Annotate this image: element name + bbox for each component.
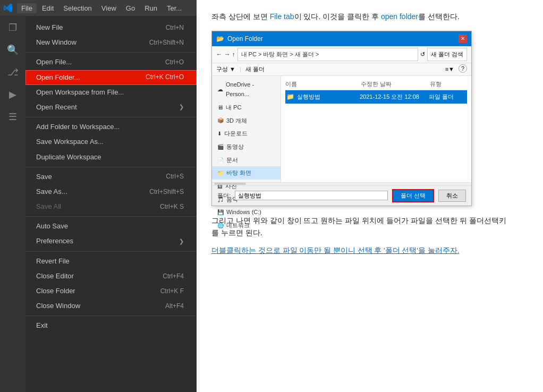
new-folder-button[interactable]: 새 폴더 [245,64,265,74]
downloads-label: 다운로드 [224,129,248,139]
menu-section-new: New File Ctrl+N New Window Ctrl+Shift+N [26,18,197,53]
save-workspace-item[interactable]: Save Workspace As... [26,134,197,149]
sidebar-documents[interactable]: 📄 문서 [212,154,281,167]
view-menu-item[interactable]: View [97,3,121,13]
open-recent-item[interactable]: Open Recent ❯ [26,100,197,115]
exit-item[interactable]: Exit [26,318,197,333]
folder-name-input[interactable] [235,191,388,200]
explorer-icon[interactable]: ❐ [5,20,20,35]
add-folder-item[interactable]: Add Folder to Workspace... [26,120,197,134]
activity-bar: ❐ 🔍 ⎇ ▶ ☰ [0,16,26,392]
file-row-silhaengbangbeob[interactable]: 📁 실행방법 2021-12-15 오전 12:08 파일 폴더 [285,90,467,103]
result-text: 그리고 나면 위와 같이 창이 뜨고 원하는 파일 위치에 들어가 파일을 선택… [211,215,528,240]
right-panel: 좌측 상단에 보면 File tab이 있다. 이것을 클릭한 후 open f… [197,0,543,392]
dialog-title-area: 📂 Open Folder [216,33,263,44]
run-menu-item[interactable]: Run [140,3,162,13]
file-name-label: 실행방법 [297,92,360,102]
3d-label: 3D 개체 [226,116,247,126]
open-folder-item[interactable]: Open Folder... Ctrl+K Ctrl+O [26,70,197,85]
close-editor-item[interactable]: Close Editor Ctrl+F4 [26,269,197,284]
menu-section-save: Save Ctrl+S Save As... Ctrl+Shift+S Save… [26,167,197,217]
menu-section-exit: Exit [26,316,197,335]
go-menu-item[interactable]: Go [122,3,139,13]
edit-menu-item[interactable]: Edit [38,3,58,13]
file-tab-label: File tab [270,12,294,21]
videos-icon: 🎬 [217,142,224,151]
instruction-text-1: 좌측 상단에 보면 File tab이 있다. 이것을 클릭한 후 open f… [211,11,528,23]
dialog-toolbar: ← → ↑ 내 PC > 바탕 화면 > 새 폴더 > ↺ 새 폴더 검색 [212,46,471,63]
dialog-body: ☁ OneDrive - Person... 🖥 내 PC 📦 3D 개체 ⬇ … [212,76,471,182]
dialog-folder-icon: 📂 [216,33,224,44]
run-debug-icon[interactable]: ▶ [5,87,20,102]
search-box[interactable]: 새 폴더 검색 [427,48,467,61]
dialog-close-button[interactable]: ✕ [459,35,467,43]
3d-icon: 📦 [217,116,224,125]
sidebar-onedrive[interactable]: ☁ OneDrive - Person... [212,78,281,101]
sidebar-desktop[interactable]: 📁 바탕 화면 [212,166,281,180]
folder-icon: 📁 [286,91,294,102]
date-col-header[interactable]: 수정한 날짜 [361,79,430,89]
file-menu-item[interactable]: File [17,3,37,13]
menu-bar: File Edit Selection View Go Run Ter... [0,0,197,16]
desktop-label: 바탕 화면 [226,168,251,178]
select-folder-button[interactable]: 폴더 선택 [392,189,434,202]
nav-forward-icon[interactable]: → [224,49,230,59]
open-folder-label: open folder [381,12,418,21]
menu-section-close: Revert File Close Editor Ctrl+F4 Close F… [26,252,197,317]
videos-label: 동영상 [226,142,244,152]
onedrive-label: OneDrive - Person... [226,80,275,99]
duplicate-workspace-item[interactable]: Duplicate Workspace [26,150,197,165]
selection-menu-item[interactable]: Selection [59,3,96,13]
result-line2: 를 누르면 된다. [211,228,262,237]
source-control-icon[interactable]: ⎇ [5,65,20,80]
name-col-header[interactable]: 이름 [285,79,361,89]
help-button[interactable]: ? [459,64,467,73]
close-folder-item[interactable]: Close Folder Ctrl+K F [26,284,197,299]
view-options-button[interactable]: ≡▼ [445,64,454,74]
file-dropdown-menu: New File Ctrl+N New Window Ctrl+Shift+N … [26,16,197,338]
docs-icon: 📄 [217,156,224,165]
extensions-icon[interactable]: ☰ [5,109,20,124]
menu-section-workspace: Add Folder to Workspace... Save Workspac… [26,117,197,167]
preferences-item[interactable]: Preferences ❯ [26,234,197,249]
mypc-label: 내 PC [226,103,241,113]
organize-button[interactable]: 구성 ▼ [216,64,235,74]
tip-link[interactable]: 더블클릭하는 것으로 파일 이동만 될 뿐이니 선택 후 '폴더 선택'을 눌러… [211,246,459,254]
dialog-titlebar: 📂 Open Folder ✕ [212,31,471,46]
sidebar-3dobjects[interactable]: 📦 3D 개체 [212,114,281,127]
new-window-item[interactable]: New Window Ctrl+Shift+N [26,35,197,50]
vscode-menu-panel: File Edit Selection View Go Run Ter... ❐… [0,0,197,392]
refresh-icon[interactable]: ↺ [420,49,425,59]
column-headers: 이름 수정한 날짜 유형 [285,78,467,91]
new-file-item[interactable]: New File Ctrl+N [26,20,197,35]
pc-icon: 🖥 [217,103,223,113]
docs-label: 문서 [226,155,238,165]
dialog-path-bar: 내 PC > 바탕 화면 > 새 폴더 > [237,48,418,61]
vscode-logo-icon [2,2,14,14]
folder-input-label: 폴더: [217,191,231,201]
sidebar-mypc[interactable]: 🖥 내 PC [212,101,281,114]
auto-save-item[interactable]: Auto Save [26,219,197,234]
dialog-sidebar: ☁ OneDrive - Person... 🖥 내 PC 📦 3D 개체 ⬇ … [212,76,281,182]
open-folder-dialog: 📂 Open Folder ✕ ← → ↑ 내 PC > 바탕 화면 > 새 폴… [211,31,472,206]
sidebar-videos[interactable]: 🎬 동영상 [212,140,281,154]
close-window-item[interactable]: Close Window Alt+F4 [26,299,197,313]
save-as-item[interactable]: Save As... Ctrl+Shift+S [26,184,197,199]
nav-up-icon[interactable]: ↑ [232,49,235,59]
open-file-item[interactable]: Open File... Ctrl+O [26,55,197,70]
desktop-icon: 📁 [217,168,224,177]
type-col-header[interactable]: 유형 [430,79,467,89]
cancel-button[interactable]: 취소 [438,190,466,202]
sidebar-downloads[interactable]: ⬇ 다운로드 [212,127,281,140]
search-icon[interactable]: 🔍 [5,42,20,57]
revert-file-item[interactable]: Revert File [26,254,197,269]
open-workspace-item[interactable]: Open Workspace from File... [26,85,197,100]
file-type-label: 파일 폴더 [429,92,466,102]
save-item[interactable]: Save Ctrl+S [26,169,197,184]
nav-back-icon[interactable]: ← [216,49,222,59]
terminal-menu-item[interactable]: Ter... [163,3,186,13]
result-line1: 그리고 나면 위와 같이 창이 뜨고 원하는 파일 위치에 들어가 파일을 선택… [211,216,506,225]
file-date-label: 2021-12-15 오전 12:08 [360,92,429,102]
dialog-file-list: 이름 수정한 날짜 유형 📁 실행방법 2021-12-15 오전 12:08 … [281,76,471,182]
save-all-item: Save All Ctrl+K S [26,199,197,214]
